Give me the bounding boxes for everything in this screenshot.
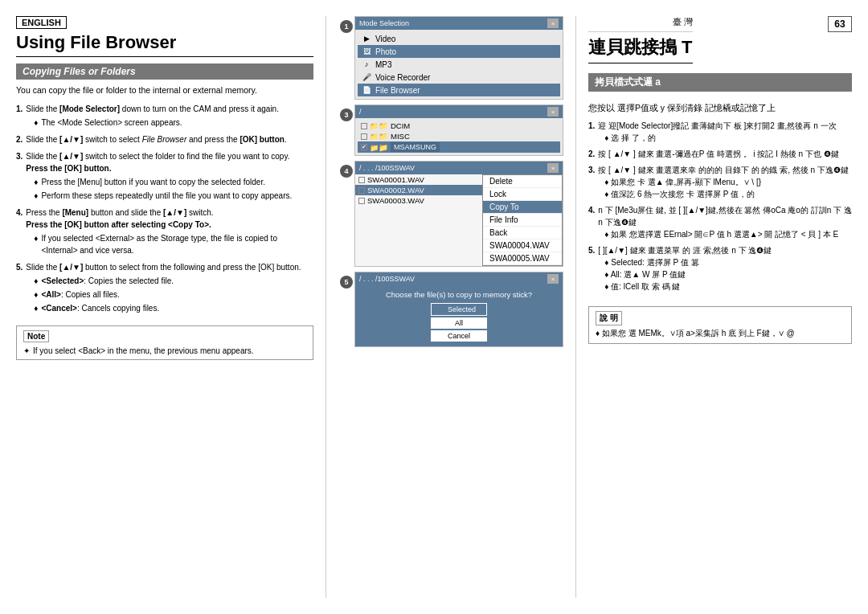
step-5-num: 5. [16, 261, 23, 314]
step-5-b2: <All>: Copies all files. [41, 289, 119, 301]
zh-step-3-b2: ♦ 值深訖 6 熱一次接您 卡 選擇屏 P 值，的 [604, 188, 849, 200]
zh-step-5-b3: ♦ 值: lCell 取 索 碼 鍵 [604, 280, 772, 293]
zh-step-4-num: 4. [588, 204, 595, 240]
dcim-folder-icon: 📁 [370, 121, 388, 130]
screen-1-wrapper: 1 Mode Selection × Video Photo [354, 16, 563, 100]
screen-4-path: / . . . /100SSWAV [359, 164, 415, 172]
screen-4-wrapper: 4 / . . . /100SSWAV × SWA00001.WAV SWA [354, 161, 563, 267]
zh-step-4: 4. n 下 [Me3u屏住 鍵, 並 [ ][▲/▼]鍵,然後在 篡然 傳oC… [588, 204, 852, 240]
screen-4-close[interactable]: × [547, 163, 559, 173]
screen-3-path: / [359, 108, 362, 116]
screen-4-titlebar: / . . . /100SSWAV × [355, 162, 563, 174]
photo-icon [362, 47, 371, 56]
screen-1-body: Video Photo MP3 Voice Recorder [355, 30, 563, 99]
dialog-all-btn[interactable]: All [431, 317, 487, 329]
step-3-b1: Press the [Menu] button if you want to c… [41, 176, 265, 188]
menu-mp3[interactable]: MP3 [358, 58, 560, 71]
zh-step-2: 2. 按 [ ▲/▼ ] 鍵來 畫選-彌過在P 值 時選拐 。 i 按記 I 熱… [588, 148, 852, 160]
zh-steps: 1. 迎 迎[Mode Selector]撥記 畫薄鍵向下 板 ]來打開2 畫,… [588, 120, 852, 297]
zh-intro: 您按以 選擇P值或 y 保到清錄 記憶橇或記憶了上 [588, 101, 852, 115]
copy-dialog: Choose the file(s) to copy to memory sti… [355, 285, 563, 346]
note-box: Note ✦ If you select <Back> in the menu,… [16, 325, 313, 360]
screen-5-num: 5 [340, 276, 353, 289]
step-3-b2: Perform these steps repeatedly until the… [41, 190, 292, 202]
ctx-back[interactable]: Back [483, 227, 562, 239]
step-2-num: 2. [16, 133, 23, 145]
menu-photo[interactable]: Photo [358, 45, 560, 58]
note-item-1: ✦ If you select <Back> in the menu, the … [23, 346, 306, 355]
screen-3-titlebar: / × [355, 105, 563, 118]
msamsung-checkbox[interactable]: ✔ [361, 144, 367, 150]
file-wav3[interactable]: SWA00003.WAV [355, 195, 482, 206]
page-number: 63 [828, 16, 852, 32]
ctx-copyto[interactable]: Copy To [483, 201, 562, 214]
menu-voice[interactable]: Voice Recorder [358, 71, 560, 84]
screen-3: / × 📁 DCIM 📁 MISC ✔ [354, 104, 563, 156]
zh-step-2-num: 2. [588, 148, 595, 160]
intro-text-en: You can copy the file or folder to the i… [16, 84, 313, 96]
screen-1-close[interactable]: × [547, 18, 559, 28]
zh-step-5-b1: ♦ Selected: 選擇屏 P 值 篡 [604, 256, 772, 268]
left-column: ENGLISH Using File Browser Copying Files… [16, 16, 313, 598]
step-1: 1. Slide the [Mode Selector] down to tur… [16, 103, 313, 129]
zh-step-5-b2: ♦ All: 選▲ W 屏 P 值鍵 [604, 268, 772, 280]
screen-3-close[interactable]: × [547, 107, 559, 117]
menu-photo-label: Photo [375, 47, 396, 56]
menu-video[interactable]: Video [358, 32, 560, 45]
step-1-num: 1. [16, 103, 23, 129]
wav1-checkbox[interactable] [358, 177, 365, 183]
wav2-label: SWA00002.WAV [367, 186, 424, 194]
screen-3-body: 📁 DCIM 📁 MISC ✔ 📁 MSAMSUNG [355, 118, 563, 155]
step-5-b1: <Selected>: Copies the selected file. [41, 275, 174, 287]
screen-4-content: SWA00001.WAV SWA00002.WAV SWA00003.WAV D… [355, 174, 563, 266]
step-3-text: Slide the [▲/▼] switch to select the fol… [26, 152, 289, 161]
file-wav1[interactable]: SWA00001.WAV [355, 174, 482, 185]
dialog-cancel-btn[interactable]: Cancel [431, 330, 487, 342]
folder-msamsung[interactable]: ✔ 📁 MSAMSUNG [358, 141, 560, 153]
zh-step-1-text: 迎 迎[Mode Selector]撥記 畫薄鍵向下 板 ]來打開2 畫,然後再… [598, 121, 836, 130]
screen-5-close[interactable]: × [547, 274, 559, 284]
screen-1-num: 1 [340, 20, 353, 33]
step-2: 2. Slide the [▲/▼] switch to select File… [16, 133, 313, 145]
english-badge: ENGLISH [16, 16, 67, 29]
zh-step-4-b1: ♦ 如果 您選擇選 EErnal> 開∈P 值 h 選選▲> 開 記憶了 < 貝… [604, 228, 852, 240]
ctx-wav4[interactable]: SWA00004.WAV [483, 239, 562, 252]
screen-1-titlebar: Mode Selection × [355, 17, 563, 30]
step-4-sub: Press the [OK] button after selecting <C… [26, 220, 211, 229]
menu-voice-label: Voice Recorder [375, 73, 430, 82]
screen-3-num: 3 [340, 108, 353, 121]
zh-section-header: 拷貝檔式式邏 a [588, 73, 852, 92]
step-1-bullet-text: The <Mode Selection> screen appears. [41, 117, 182, 129]
ctx-fileinfo[interactable]: File Info [483, 214, 562, 227]
zh-step-3-num: 3. [588, 164, 595, 200]
music-icon [362, 59, 371, 69]
misc-label: MISC [391, 132, 410, 141]
screen-5: / . . . /100SSWAV × Choose the file(s) t… [354, 272, 563, 347]
menu-mp3-label: MP3 [375, 60, 392, 69]
file-icon [362, 85, 371, 95]
note-text-1: If you select <Back> in the menu, the pr… [33, 346, 254, 355]
zh-title-area: 臺 灣 連貝跳接搗 T 63 [588, 16, 852, 63]
wav3-label: SWA00003.WAV [367, 196, 424, 205]
column-divider [326, 16, 326, 598]
zh-step-3: 3. 按 [ ▲/▼ ] 鍵來 畫選選來幸 的的的 目錄下 的 的鐡 索, 然後… [588, 164, 852, 200]
file-wav2[interactable]: SWA00002.WAV [355, 185, 482, 195]
main-title-en: Using File Browser [16, 32, 313, 57]
screen-4: / . . . /100SSWAV × SWA00001.WAV SWA0000… [354, 161, 563, 267]
step-5-b3: <Cancel>: Cancels copying files. [41, 302, 159, 314]
context-menu: Delete Lock Copy To File Info Back SWA00… [482, 174, 563, 266]
wav3-checkbox[interactable] [358, 198, 365, 204]
menu-filebrowser[interactable]: File Browser [358, 84, 560, 96]
section-header-en: Copying Files or Folders [16, 63, 313, 80]
dialog-selected-btn[interactable]: Selected [431, 303, 487, 316]
folder-dcim[interactable]: 📁 DCIM [358, 121, 560, 131]
screen-4-num: 4 [340, 165, 353, 178]
ctx-lock[interactable]: Lock [483, 188, 562, 201]
dcim-checkbox[interactable] [361, 123, 367, 129]
ctx-wav5[interactable]: SWA00005.WAV [483, 252, 562, 265]
screen-4-files: SWA00001.WAV SWA00002.WAV SWA00003.WAV [355, 174, 482, 266]
misc-checkbox[interactable] [361, 133, 367, 140]
ctx-delete[interactable]: Delete [483, 175, 562, 188]
wav2-checkbox[interactable] [358, 187, 365, 194]
folder-misc[interactable]: 📁 MISC [358, 131, 560, 141]
